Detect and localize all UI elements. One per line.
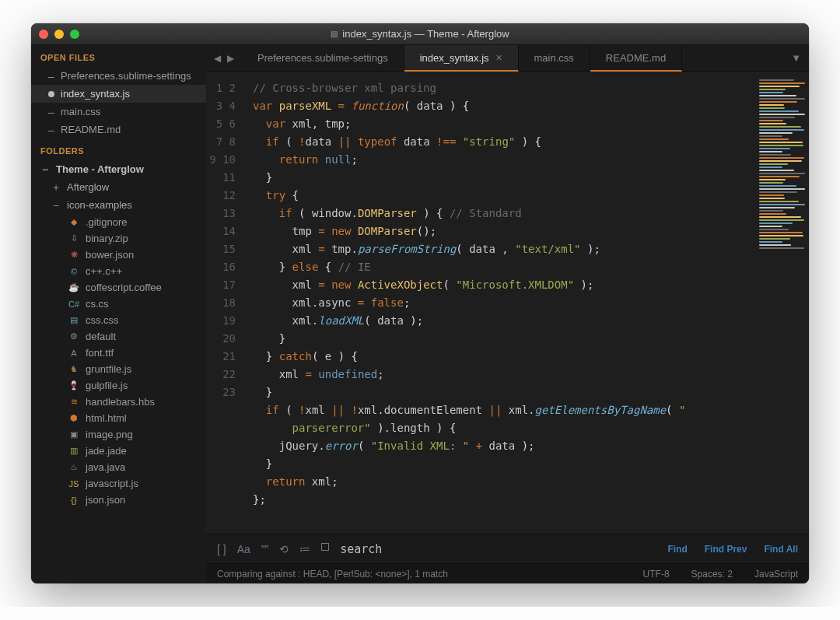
disclosure-minus-icon: − — [42, 164, 50, 175]
minimap-line — [759, 163, 788, 165]
minimap-line — [759, 82, 805, 84]
open-file-item[interactable]: –README.md — [31, 121, 206, 138]
open-file-item[interactable]: index_syntax.js — [31, 85, 206, 103]
file-item[interactable]: ▥jade.jade — [31, 443, 206, 459]
file-type-icon: ◆ — [68, 217, 79, 227]
file-item[interactable]: ◆.gitignore — [31, 214, 206, 230]
whole-word-icon[interactable]: ”” — [261, 543, 268, 555]
minimap-line — [759, 114, 805, 115]
open-file-label: index_syntax.js — [61, 88, 130, 100]
minimap-line — [759, 201, 799, 202]
minimap-line — [759, 110, 799, 112]
file-item[interactable]: ♞gruntfile.js — [31, 361, 206, 377]
file-item[interactable]: ©c++.c++ — [31, 263, 206, 279]
minimap-line — [759, 92, 783, 93]
file-label: coffescript.coffee — [86, 282, 162, 293]
highlight-icon[interactable] — [321, 543, 329, 551]
file-item[interactable]: ♨java.java — [31, 459, 206, 475]
minimap-line — [759, 222, 793, 224]
file-label: image.png — [86, 429, 133, 440]
file-item[interactable]: ▣image.png — [31, 426, 206, 443]
minimap-line — [759, 129, 804, 131]
file-type-icon: ⇩ — [68, 233, 79, 243]
window-minimize-button[interactable] — [54, 30, 64, 39]
window-maximize-button[interactable] — [70, 30, 79, 39]
file-label: css.css — [86, 314, 119, 326]
sidebar: OPEN FILES –Preferences.sublime-settings… — [31, 45, 206, 583]
tab-history-back-icon[interactable]: ◀ — [212, 51, 222, 65]
editor-tab[interactable]: README.md — [590, 45, 682, 72]
wrap-icon[interactable]: ⟲ — [279, 543, 289, 555]
minimap-line — [759, 207, 795, 208]
file-type-icon: ⚙ — [68, 331, 79, 342]
titlebar: ▤ index_syntax.js — Theme - Afterglow — [31, 23, 809, 45]
minimap-line — [759, 107, 785, 109]
file-item[interactable]: ☕coffescript.coffee — [31, 279, 206, 296]
file-item[interactable]: ⚙default — [31, 328, 206, 345]
minimap-line — [759, 182, 783, 184]
minimap-line — [759, 154, 791, 156]
minimap-line — [759, 166, 782, 168]
disclosure-plus-icon: + — [53, 182, 61, 193]
search-input[interactable]: search — [340, 542, 656, 556]
open-file-label: main.css — [61, 106, 100, 117]
file-item[interactable]: ≋handlebars.hbs — [31, 394, 206, 410]
document-icon: ▤ — [331, 30, 338, 38]
file-item[interactable]: ❋bower.json — [31, 247, 206, 263]
status-spaces[interactable]: Spaces: 2 — [691, 569, 733, 580]
folder-root[interactable]: − Theme - Afterglow — [31, 160, 206, 178]
minimap-line — [759, 104, 784, 106]
status-syntax[interactable]: JavaScript — [754, 569, 798, 580]
minimap-line — [759, 232, 803, 233]
minimap-line — [759, 191, 797, 193]
tab-close-icon[interactable]: ✕ — [495, 53, 502, 63]
file-type-icon: ❋ — [68, 250, 79, 260]
status-encoding[interactable]: UTF-8 — [643, 569, 670, 580]
minimap-line — [759, 157, 804, 159]
minimap-line — [759, 120, 783, 121]
find-button[interactable]: Find — [667, 544, 687, 555]
folder-item[interactable]: +Afterglow — [31, 178, 206, 196]
file-item[interactable]: ⇩binary.zip — [31, 230, 206, 247]
code-editor[interactable]: 1 2 3 4 5 6 7 8 9 10 11 12 13 14 15 16 1… — [206, 72, 809, 534]
window-close-button[interactable] — [39, 30, 48, 39]
find-prev-button[interactable]: Find Prev — [705, 544, 747, 555]
file-item[interactable]: 🍷gulpfile.js — [31, 377, 206, 394]
editor-tab[interactable]: Preferences.sublime-settings — [242, 45, 404, 71]
editor-tab[interactable]: index_syntax.js✕ — [404, 45, 519, 72]
modified-dot-icon — [48, 91, 54, 97]
minimap-line — [759, 138, 789, 140]
file-item[interactable]: {}json.json — [31, 492, 206, 508]
tab-label: Preferences.sublime-settings — [257, 52, 388, 64]
file-type-icon: {} — [68, 496, 79, 505]
open-file-label: Preferences.sublime-settings — [61, 70, 191, 82]
minimap[interactable] — [754, 72, 809, 534]
status-bar: Comparing against : HEAD, [PerlSub: <non… — [206, 563, 809, 583]
open-file-item[interactable]: –Preferences.sublime-settings — [31, 67, 206, 85]
find-all-button[interactable]: Find All — [764, 544, 798, 555]
file-item[interactable]: C#cs.cs — [31, 296, 206, 312]
file-item[interactable]: ⬢html.html — [31, 410, 206, 426]
file-item[interactable]: Afont.ttf — [31, 345, 206, 361]
file-type-icon: © — [68, 267, 79, 276]
file-label: handlebars.hbs — [86, 396, 155, 408]
minimap-line — [759, 160, 802, 162]
folder-item[interactable]: −icon-examples — [31, 196, 206, 214]
tab-overflow-icon[interactable]: ▼ — [783, 45, 809, 71]
minimap-line — [759, 135, 782, 137]
in-selection-icon[interactable]: ≔ — [299, 543, 310, 555]
regex-icon[interactable]: [ ] — [217, 543, 226, 555]
file-label: default — [86, 331, 116, 342]
open-file-item[interactable]: –main.css — [31, 103, 206, 121]
minimap-line — [759, 210, 783, 212]
minimap-line — [759, 145, 803, 146]
status-left: Comparing against : HEAD, [PerlSub: <non… — [217, 569, 448, 580]
file-item[interactable]: ▤css.css — [31, 312, 206, 328]
folder-label: Afterglow — [67, 181, 109, 193]
case-sensitive-icon[interactable]: Aa — [237, 543, 250, 555]
editor-tab[interactable]: main.css — [519, 45, 590, 71]
file-item[interactable]: JSjavascript.js — [31, 475, 206, 492]
minimap-line — [759, 148, 790, 149]
code-content[interactable]: // Cross-browser xml parsing var parseXM… — [245, 72, 754, 534]
tab-history-forward-icon[interactable]: ▶ — [226, 51, 236, 65]
